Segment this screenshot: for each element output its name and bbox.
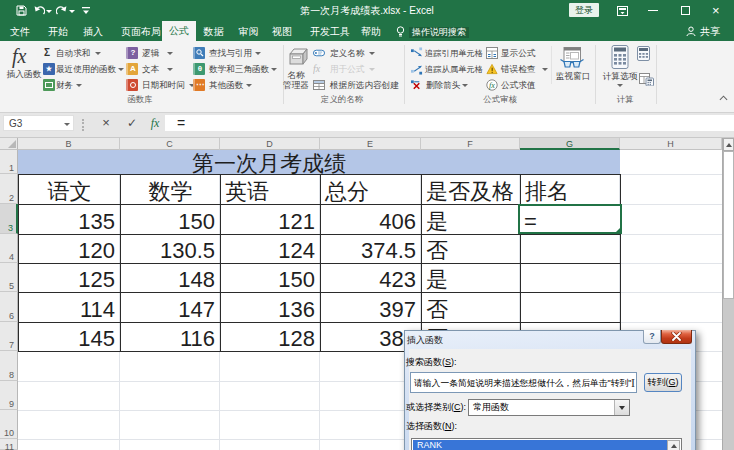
more-functions-button[interactable]: ⋯ 其他函数 [193, 78, 253, 92]
formula-bar-drag-handle[interactable] [82, 119, 84, 131]
show-formulas-button[interactable]: 显示公式 [486, 46, 538, 60]
cell-c3[interactable]: 150 [121, 205, 221, 235]
tab-review[interactable]: 审阅 [231, 22, 266, 41]
tab-view[interactable]: 视图 [264, 22, 300, 41]
cell-d3[interactable]: 121 [221, 205, 321, 235]
row-header-3-selected[interactable]: 3 [0, 204, 18, 234]
cell-b5[interactable]: 125 [19, 264, 121, 293]
cancel-button[interactable]: × [98, 115, 114, 131]
cell-g5[interactable] [521, 264, 621, 293]
category-dropdown-button[interactable] [614, 400, 629, 415]
close-icon[interactable]: × [712, 0, 720, 22]
create-from-selection-button[interactable]: 根据所选内容创建 [313, 78, 405, 92]
cell-d5[interactable]: 150 [221, 264, 321, 293]
cell-c5[interactable]: 148 [121, 264, 221, 293]
row-header-7[interactable]: 7 [0, 322, 18, 351]
go-button[interactable]: 转到(G) [644, 373, 682, 392]
scrollbar-thumb[interactable] [723, 151, 734, 299]
tab-file[interactable]: 文件 [3, 22, 37, 41]
listbox-scroll-up-button[interactable] [667, 440, 680, 450]
cell-f4[interactable]: 否 [422, 235, 521, 264]
minimize-icon[interactable] [648, 10, 658, 11]
cell-d7[interactable]: 128 [221, 323, 321, 352]
evaluate-formula-button[interactable]: fx 公式求值 [486, 78, 538, 92]
trace-precedents-button[interactable]: 追踪引用单元格 [411, 46, 483, 60]
row-header-1[interactable]: 1 [0, 150, 18, 174]
financial-button[interactable]: 财务 [42, 78, 82, 92]
recent-functions-button[interactable]: ★ 最近使用的函数 [42, 62, 124, 76]
row-header-6[interactable]: 6 [0, 292, 18, 322]
scroll-up-button[interactable] [723, 138, 734, 151]
cell-b6[interactable]: 114 [19, 293, 121, 323]
calculate-sheet-button[interactable] [639, 72, 655, 86]
column-header-c[interactable]: C [120, 138, 220, 150]
ribbon-display-options-icon[interactable] [617, 6, 628, 16]
tab-data[interactable]: 数据 [196, 22, 231, 41]
cell-e3[interactable]: 406 [321, 205, 422, 235]
column-header-b[interactable]: B [18, 138, 120, 150]
cell-f3[interactable]: 是 [422, 205, 521, 235]
tellme-search[interactable]: 操作说明搜索 [412, 22, 468, 41]
selected-function-item[interactable]: RANK [413, 440, 668, 450]
collapse-ribbon-icon[interactable] [719, 95, 728, 101]
name-manager-button[interactable]: 名称 管理器 [280, 44, 313, 92]
cell-d2[interactable]: 英语 [221, 175, 321, 205]
fill-handle[interactable] [615, 227, 621, 233]
column-header-f[interactable]: F [421, 138, 520, 150]
listbox-scrollbar[interactable] [667, 440, 680, 450]
category-dropdown[interactable]: 常用函数 [468, 399, 630, 416]
tab-home[interactable]: 开始 [40, 22, 76, 41]
scrollbar-track[interactable] [723, 299, 734, 450]
vertical-scrollbar[interactable] [722, 138, 734, 450]
trace-dependents-button[interactable]: 追踪从属单元格 [411, 62, 483, 76]
cell-g4[interactable] [521, 235, 621, 264]
lookup-button[interactable]: 查找与引用 [193, 46, 259, 60]
remove-arrows-button[interactable]: 删除箭头 [411, 78, 469, 92]
tab-developer[interactable]: 开发工具 [302, 22, 358, 41]
define-name-button[interactable]: 定义名称 [313, 46, 377, 60]
cell-b3[interactable]: 135 [19, 205, 121, 235]
cell-b4[interactable]: 120 [19, 235, 121, 264]
column-header-e[interactable]: E [320, 138, 421, 150]
signin-button[interactable]: 登录 [569, 3, 599, 17]
cell-f5[interactable]: 是 [422, 264, 521, 293]
cell-e5[interactable]: 423 [321, 264, 422, 293]
text-button[interactable]: A 文本 [126, 62, 174, 76]
row-header-4[interactable]: 4 [0, 234, 18, 263]
cell-c4[interactable]: 130.5 [121, 235, 221, 264]
tellme-lightbulb-icon[interactable] [396, 26, 405, 38]
calc-options-button[interactable]: 计算选项 [602, 44, 638, 92]
cell-c7[interactable]: 116 [121, 323, 221, 352]
dialog-help-button[interactable]: ? [643, 330, 661, 344]
watch-window-button[interactable]: 监视窗口 [552, 44, 594, 92]
datetime-button[interactable]: 日期和时间 [126, 78, 196, 92]
row-header-8[interactable]: 8 [0, 351, 18, 381]
cell-g6[interactable] [521, 293, 621, 323]
active-cell-g3[interactable]: = [518, 204, 622, 234]
select-all-button[interactable] [0, 138, 18, 150]
merged-title-cell[interactable]: 第一次月考成绩 [18, 150, 620, 174]
cell-b7[interactable]: 145 [19, 323, 121, 352]
formula-input[interactable]: = [165, 115, 734, 131]
autosum-button[interactable]: Σ 自动求和 [42, 46, 102, 60]
column-header-h[interactable]: H [620, 138, 722, 150]
tab-formulas[interactable]: 公式 [162, 21, 196, 41]
calculate-now-button[interactable] [637, 46, 652, 61]
share-person-icon[interactable] [686, 26, 698, 37]
cell-e2[interactable]: 总分 [321, 175, 422, 205]
cell-d4[interactable]: 124 [221, 235, 321, 264]
cell-g2[interactable]: 排名 [521, 175, 621, 205]
cell-c6[interactable]: 147 [121, 293, 221, 323]
insert-function-button[interactable]: fx 插入函数 [2, 44, 46, 92]
name-box[interactable]: G3 [3, 115, 74, 131]
row-header-9[interactable]: 9 [0, 381, 18, 410]
column-header-d[interactable]: D [220, 138, 320, 150]
insert-function-fx-button[interactable]: fx [147, 115, 163, 131]
enter-button[interactable]: ✓ [124, 115, 140, 131]
function-listbox[interactable]: RANK [411, 438, 682, 450]
cell-f6[interactable]: 否 [422, 293, 521, 323]
name-box-dropdown-icon[interactable] [64, 123, 70, 126]
maximize-icon[interactable] [681, 6, 690, 15]
share-button[interactable]: 共享 [700, 22, 720, 41]
error-checking-button[interactable]: 错误检查 [486, 62, 546, 76]
